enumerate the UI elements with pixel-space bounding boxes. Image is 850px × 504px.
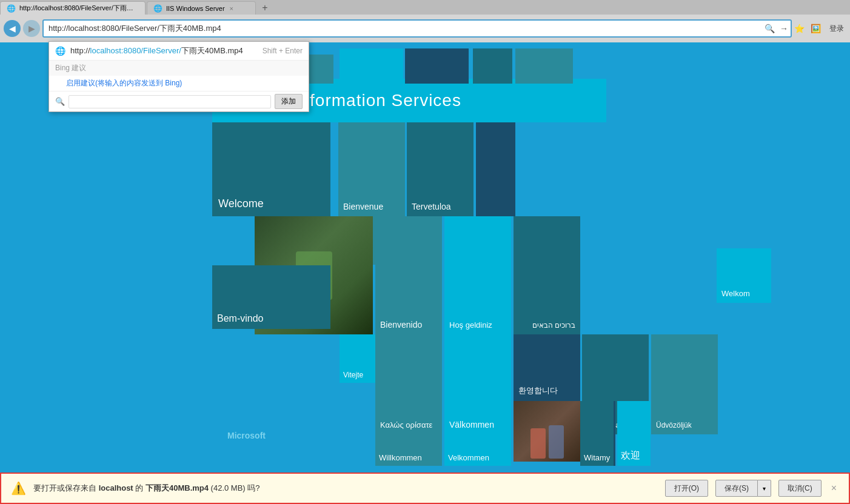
suggestion-url-text: http://localhost:8080/FileServer/下雨天40MB…: [70, 45, 258, 56]
tile-willkommen-text: Willkommen: [379, 453, 422, 462]
tile-welcome-text: Welcome: [218, 197, 264, 210]
address-bar[interactable]: [42, 19, 792, 38]
url-end: 下雨天40MB.mp4: [181, 46, 243, 55]
photo-placeholder-2: [514, 401, 580, 462]
download-filesize: (42.0 MB): [211, 483, 246, 492]
suggestion-search-row: 🔍 添加: [49, 91, 309, 111]
tile-bruchim-text: ברוכים הבאים: [532, 321, 575, 330]
bing-section-label: Bing 建议: [49, 60, 309, 76]
tile-photo-2: [514, 401, 580, 462]
tile-bem-vindo[interactable]: Bem-vindo: [212, 265, 330, 329]
fav-icon: ⭐: [794, 24, 805, 33]
browser-chrome: 🌐 http://localhost:8080/FileServer/下雨天40…: [0, 0, 850, 42]
forward-button[interactable]: ▶: [23, 20, 40, 37]
url-prefix: http://: [70, 46, 90, 55]
tile-udvozoljuk[interactable]: Üdvözöljük: [651, 334, 718, 434]
tile-velkommen[interactable]: Velkommen: [444, 434, 511, 466]
suggestion-shortcut: Shift + Enter: [263, 47, 303, 55]
search-button[interactable]: 🔍: [763, 22, 776, 35]
tile-bienvenue-text: Bienvenue: [343, 202, 383, 211]
download-bar: ⚠️ 要打开或保存来自 localhost 的 下雨天40MB.mp4 (42.…: [0, 472, 850, 504]
tile-valkommen-text: Välkommen: [449, 420, 494, 429]
tile-vitejte[interactable]: Vitejte: [340, 334, 379, 383]
open-button[interactable]: 打开(O): [665, 480, 708, 497]
tile-kalos[interactable]: Καλώς ορίσατε: [375, 334, 442, 434]
tile-welkom[interactable]: Welkom: [717, 248, 771, 303]
tab2-favicon: 🌐: [153, 4, 162, 13]
tile-vitejte-text: Vitejte: [343, 371, 363, 379]
person-1: [530, 428, 546, 459]
tile-deco-5: [515, 48, 573, 84]
suggestion-search-input[interactable]: [69, 95, 271, 108]
tile-udvozoljuk-text: Üdvözöljük: [656, 421, 692, 429]
tile-velkommen-text: Velkommen: [448, 453, 489, 462]
tile-bienvenue[interactable]: Bienvenue: [338, 122, 405, 216]
tab2-close-button[interactable]: ×: [229, 5, 235, 12]
tile-bienvenido[interactable]: Bienvenido: [375, 216, 442, 334]
tile-hos-geldiniz[interactable]: Hoş geldiniz: [444, 216, 511, 334]
tile-deco-3: [405, 48, 469, 84]
download-msg-end: 吗?: [247, 483, 259, 492]
download-msg-pre: 要打开或保存来自: [33, 483, 96, 492]
go-arrow[interactable]: →: [778, 22, 789, 35]
address-bar-icons: 🔍 →: [763, 22, 789, 35]
person-2: [549, 425, 564, 459]
tile-willkommen[interactable]: Willkommen: [375, 434, 442, 466]
tile-dark-1: [476, 122, 515, 216]
cancel-button[interactable]: 取消(C): [778, 480, 822, 497]
tile-tervetuloa[interactable]: Tervetuloa: [407, 122, 474, 216]
download-host: localhost: [99, 483, 133, 492]
url-middle: localhost:8080/FileServer/: [90, 46, 181, 55]
tab1-favicon: 🌐: [7, 4, 16, 13]
suggestion-url-item[interactable]: 🌐 http://localhost:8080/FileServer/下雨天40…: [49, 42, 309, 60]
download-close-button[interactable]: ×: [829, 480, 839, 496]
back-button[interactable]: ◀: [4, 20, 21, 37]
search-magnifier-icon: 🔍: [55, 97, 65, 106]
download-warning-icon: ⚠️: [11, 481, 26, 496]
tile-welcome[interactable]: Welcome: [212, 122, 330, 216]
tab1-label: http://localhost:8080/FileServer/下雨天40MB…: [19, 4, 139, 13]
suggestion-add-button[interactable]: 添加: [275, 94, 303, 109]
tab-2[interactable]: 🌐 IIS Windows Server ×: [147, 1, 256, 15]
download-msg-mid: 的: [135, 483, 143, 492]
save-button-group: 保存(S) ▾: [715, 480, 771, 497]
tile-deco-4: [473, 48, 512, 84]
tile-welkom-text: Welkom: [721, 289, 750, 298]
save-button[interactable]: 保存(S): [715, 480, 758, 497]
bing-link[interactable]: 启用建议(将输入的内容发送到 Bing): [49, 76, 309, 91]
fav-bookmarks-icon: 🖼️: [808, 24, 823, 33]
tile-tervetuloa-text: Tervetuloa: [412, 202, 451, 211]
tile-huan-ying-text: 欢迎: [621, 449, 640, 462]
new-tab-button[interactable]: +: [258, 1, 272, 15]
tile-witamy[interactable]: Witamy: [580, 434, 614, 466]
fav-login-label[interactable]: 登录: [827, 24, 846, 34]
tile-hos-geldiniz-text: Hoş geldiniz: [449, 320, 492, 330]
tile-witamy-text: Witamy: [584, 453, 610, 462]
person-silhouettes: [514, 401, 580, 462]
tile-deco-2: [340, 48, 403, 84]
save-dropdown-button[interactable]: ▾: [758, 480, 771, 497]
nav-bar: ◀ ▶ 🔍 → ⭐ 🖼️ 登录: [0, 15, 850, 42]
tile-kalos-text: Καλώς ορίσατε: [380, 420, 432, 429]
tile-hwan-yeong[interactable]: 환영합니다: [514, 334, 580, 401]
tab-bar: 🌐 http://localhost:8080/FileServer/下雨天40…: [0, 0, 850, 15]
tile-hwan-yeong-text: 환영합니다: [518, 385, 558, 396]
tile-bienvenido-text: Bienvenido: [380, 320, 422, 330]
download-bar-text: 要打开或保存来自 localhost 的 下雨天40MB.mp4 (42.0 M…: [33, 483, 658, 494]
tab2-label: IIS Windows Server: [166, 5, 225, 12]
tile-valkommen[interactable]: Välkommen: [444, 334, 511, 434]
tab-1[interactable]: 🌐 http://localhost:8080/FileServer/下雨天40…: [0, 1, 146, 15]
tile-bruchim[interactable]: ברוכים הבאים: [514, 216, 580, 334]
favorites-bar: ⭐ 🖼️ 登录: [794, 15, 846, 42]
tile-huan-ying[interactable]: 欢迎: [617, 401, 651, 466]
address-bar-container: 🔍 →: [42, 19, 792, 38]
download-filename: 下雨天40MB.mp4: [146, 483, 209, 492]
microsoft-label: Microsoft: [227, 431, 266, 440]
address-dropdown: 🌐 http://localhost:8080/FileServer/下雨天40…: [49, 41, 309, 112]
suggestion-globe-icon: 🌐: [55, 46, 65, 56]
tile-bem-vindo-text: Bem-vindo: [217, 313, 263, 324]
